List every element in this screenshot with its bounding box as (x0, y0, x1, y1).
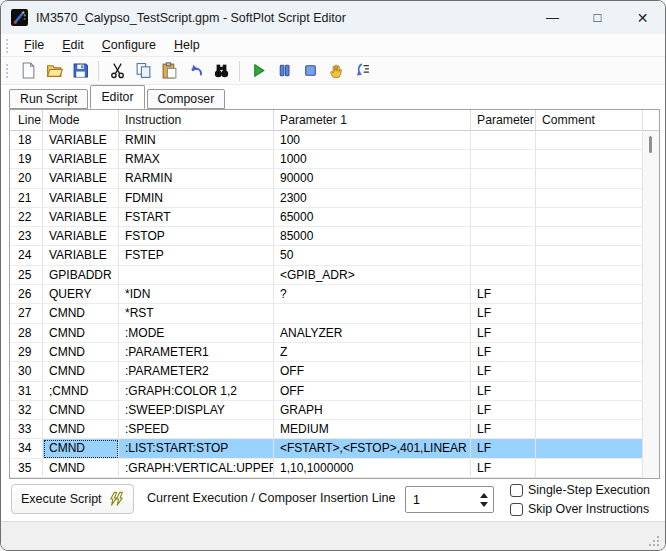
save-button[interactable] (67, 59, 93, 83)
tab-run-script[interactable]: Run Script (9, 89, 88, 109)
scrollbar-track[interactable] (643, 131, 659, 478)
cell-mode: CMND (43, 439, 119, 458)
hold-hand-icon (328, 62, 345, 79)
new-file-button[interactable] (15, 59, 41, 83)
table-row[interactable]: 20 VARIABLE RARMIN 90000 (10, 169, 642, 188)
stop-button[interactable] (297, 59, 323, 83)
spinner-down-arrow-icon[interactable] (480, 502, 488, 507)
cell-line: 22 (10, 208, 43, 227)
toolbar (1, 57, 665, 85)
cell-line: 23 (10, 227, 43, 246)
cell-line: 20 (10, 169, 43, 188)
table-row[interactable]: 32 CMND :SWEEP:DISPLAY GRAPH LF (10, 401, 642, 420)
cell-instruction: :GRAPH:COLOR 1,2 (119, 382, 274, 401)
column-header-instruction[interactable]: Instruction (119, 110, 274, 131)
cell-line: 18 (10, 131, 43, 150)
column-header-mode[interactable]: Mode (43, 110, 119, 131)
resize-grip[interactable] (648, 535, 660, 547)
checkbox-label: Skip Over Instructions (528, 502, 649, 516)
cell-parameter1: 1,10,1000000 (274, 459, 471, 478)
cell-comment (536, 150, 642, 169)
menu-help[interactable]: Help (165, 35, 209, 55)
cell-mode: VARIABLE (43, 131, 119, 150)
checkbox-skip-over-instructions[interactable] (510, 503, 523, 516)
hold-button[interactable] (323, 59, 349, 83)
open-file-button[interactable] (41, 59, 67, 83)
column-header-parameter2[interactable]: Parameter 2 (471, 110, 536, 131)
cell-parameter2 (471, 150, 536, 169)
column-header-parameter1[interactable]: Parameter 1 (274, 110, 471, 131)
cell-instruction: :PARAMETER2 (119, 362, 274, 381)
table-row[interactable]: 27 CMND *RST LF (10, 304, 642, 323)
cell-parameter2: LF (471, 382, 536, 401)
table-row[interactable]: 33 CMND :SPEED MEDIUM LF (10, 420, 642, 439)
cell-parameter1: GRAPH (274, 401, 471, 420)
table-header: Line Mode Instruction Parameter 1 Parame… (10, 110, 642, 131)
cell-mode: CMND (43, 459, 119, 478)
cell-comment (536, 343, 642, 362)
pause-button[interactable] (271, 59, 297, 83)
cell-mode: GPIBADDR (43, 266, 119, 285)
cell-parameter2: LF (471, 343, 536, 362)
table-row[interactable]: 25 GPIBADDR <GPIB_ADR> (10, 266, 642, 285)
table-row[interactable]: 34 CMND :LIST:START:STOP <FSTART>,<FSTOP… (10, 439, 642, 458)
goto-line-button[interactable] (349, 59, 375, 83)
run-button[interactable] (245, 59, 271, 83)
menu-configure[interactable]: Configure (93, 35, 165, 55)
copy-button[interactable] (130, 59, 156, 83)
table-row[interactable]: 22 VARIABLE FSTART 65000 (10, 208, 642, 227)
cell-mode: VARIABLE (43, 208, 119, 227)
status-bar (1, 522, 665, 551)
table-row[interactable]: 18 VARIABLE RMIN 100 (10, 131, 642, 150)
toolbar-grip-handle[interactable] (5, 63, 10, 78)
cell-mode: CMND (43, 343, 119, 362)
maximize-button[interactable]: □ (575, 1, 620, 34)
undo-button[interactable] (182, 59, 208, 83)
cell-line: 32 (10, 401, 43, 420)
table-row[interactable]: 24 VARIABLE FSTEP 50 (10, 246, 642, 265)
cut-button[interactable] (104, 59, 130, 83)
vertical-scrollbar[interactable] (642, 110, 659, 478)
table-row[interactable]: 29 CMND :PARAMETER1 Z LF (10, 343, 642, 362)
cell-parameter2 (471, 131, 536, 150)
footer-controls: Execute Script Current Execution / Compo… (1, 479, 665, 522)
tab-editor[interactable]: Editor (90, 85, 144, 109)
paste-button[interactable] (156, 59, 182, 83)
column-header-line[interactable]: Line (10, 110, 43, 131)
menu-edit[interactable]: Edit (53, 35, 93, 55)
cell-line: 35 (10, 459, 43, 478)
cell-comment (536, 401, 642, 420)
cell-line: 25 (10, 266, 43, 285)
table-row[interactable]: 26 QUERY *IDN ? LF (10, 285, 642, 304)
insertion-line-input[interactable] (406, 493, 466, 507)
table-row[interactable]: 31 ;CMND :GRAPH:COLOR 1,2 OFF LF (10, 382, 642, 401)
menu-grip-handle[interactable] (5, 38, 10, 53)
table-row[interactable]: 35 CMND :GRAPH:VERTICAL:UPPERL 1,10,1000… (10, 459, 642, 478)
insertion-line-spinner[interactable] (405, 486, 494, 513)
cell-comment (536, 189, 642, 208)
find-button[interactable] (208, 59, 234, 83)
cell-mode: CMND (43, 304, 119, 323)
checkbox-single-step-execution[interactable] (510, 484, 523, 497)
scrollbar-thumb[interactable] (649, 136, 652, 153)
table-row[interactable]: 23 VARIABLE FSTOP 85000 (10, 227, 642, 246)
tab-composer[interactable]: Composer (147, 89, 226, 109)
cell-parameter1: 2300 (274, 189, 471, 208)
column-header-comment[interactable]: Comment (536, 110, 642, 131)
cell-mode: VARIABLE (43, 150, 119, 169)
table-row[interactable]: 19 VARIABLE RMAX 1000 (10, 150, 642, 169)
menu-bar: File Edit Configure Help (1, 34, 665, 57)
cell-parameter1: 50 (274, 246, 471, 265)
cell-parameter2 (471, 189, 536, 208)
stop-icon (302, 62, 319, 79)
spinner-up-arrow-icon[interactable] (480, 493, 488, 498)
minimize-button[interactable]: — (530, 1, 575, 34)
table-row[interactable]: 30 CMND :PARAMETER2 OFF LF (10, 362, 642, 381)
close-button[interactable]: ✕ (620, 1, 665, 34)
table-row[interactable]: 28 CMND :MODE ANALYZER LF (10, 324, 642, 343)
menu-file[interactable]: File (15, 35, 53, 55)
execute-script-button[interactable]: Execute Script (11, 484, 134, 514)
table-row[interactable]: 21 VARIABLE FDMIN 2300 (10, 189, 642, 208)
cell-comment (536, 285, 642, 304)
cell-comment (536, 169, 642, 188)
